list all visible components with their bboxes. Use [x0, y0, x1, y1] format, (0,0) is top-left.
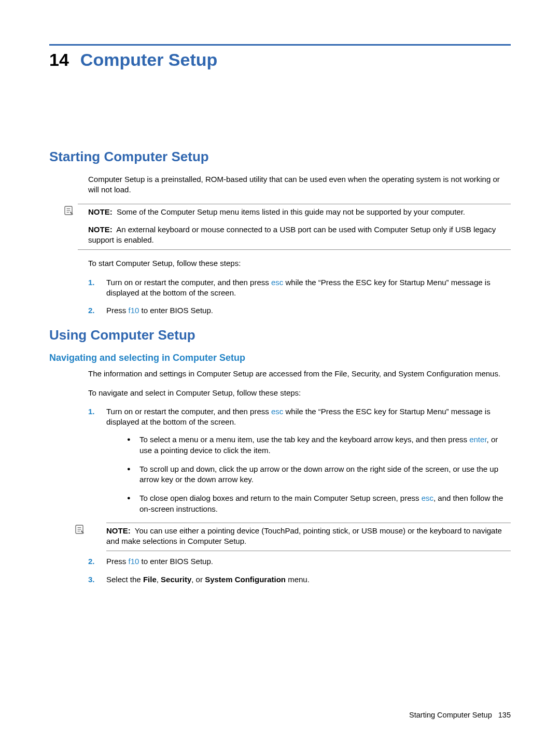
note-block-1: NOTE: Some of the Computer Setup menu it… — [78, 204, 511, 250]
key-esc: esc — [271, 407, 283, 416]
section2-intro2: To navigate and select in Computer Setup… — [88, 388, 511, 398]
steps-list-1: Turn on or restart the computer, and the… — [49, 277, 511, 316]
step-item: Turn on or restart the computer, and the… — [88, 277, 511, 299]
chapter-title-text: Computer Setup — [80, 50, 217, 69]
note-rule-bottom — [78, 249, 511, 250]
bullet-item: To select a menu or a menu item, use the… — [127, 434, 511, 456]
step-item: Select the File, Security, or System Con… — [88, 574, 511, 585]
note-label: NOTE: — [106, 526, 131, 535]
section-heading-1: Starting Computer Setup — [49, 149, 511, 165]
note-text: Some of the Computer Setup menu items li… — [117, 207, 465, 216]
intro-paragraph-1: Computer Setup is a preinstalled, ROM-ba… — [88, 174, 511, 195]
section2-intro: The information and settings in Computer… — [88, 369, 511, 379]
note-2: NOTE: An external keyboard or mouse conn… — [78, 224, 511, 246]
chapter-rule — [49, 44, 511, 46]
footer-title: Starting Computer Setup — [409, 711, 492, 719]
key-f10: f10 — [129, 557, 139, 566]
note-rule-top — [78, 204, 511, 204]
note-rule-bottom — [106, 551, 511, 551]
key-f10: f10 — [129, 306, 139, 315]
note-text: An external keyboard or mouse connected … — [88, 225, 496, 244]
note-icon — [64, 206, 74, 217]
inner-note: NOTE: You can use either a pointing devi… — [106, 526, 511, 547]
bullet-item: To close open dialog boxes and return to… — [127, 493, 511, 514]
footer-page-number: 135 — [498, 711, 511, 719]
key-enter: enter — [469, 435, 486, 444]
steps-list-2b: Press f10 to enter BIOS Setup. Select th… — [49, 556, 511, 585]
note-label: NOTE: — [88, 207, 113, 216]
intro-paragraph-2: To start Computer Setup, follow these st… — [88, 258, 511, 269]
step-item: Turn on or restart the computer, and the… — [88, 406, 511, 552]
key-esc: esc — [422, 494, 433, 502]
bullets-list: To select a menu or a menu item, use the… — [106, 434, 511, 514]
step-item: Press f10 to enter BIOS Setup. — [88, 305, 511, 316]
note-1: NOTE: Some of the Computer Setup menu it… — [78, 207, 511, 217]
section-subheading: Navigating and selecting in Computer Set… — [49, 353, 511, 363]
inner-note-block: NOTE: You can use either a pointing devi… — [106, 523, 511, 552]
chapter-title: 14Computer Setup — [49, 50, 511, 70]
note-label: NOTE: — [88, 225, 113, 234]
section-heading-2: Using Computer Setup — [49, 327, 511, 343]
key-esc: esc — [271, 278, 283, 287]
step-item: Press f10 to enter BIOS Setup. — [88, 556, 511, 567]
note-icon — [75, 525, 85, 537]
chapter-number: 14 — [49, 50, 69, 69]
bullet-item: To scroll up and down, click the up arro… — [127, 464, 511, 485]
steps-list-2a: Turn on or restart the computer, and the… — [49, 406, 511, 552]
page-footer: Starting Computer Setup 135 — [409, 711, 511, 719]
note-text: You can use either a pointing device (To… — [106, 526, 502, 545]
note-rule-top — [106, 523, 511, 523]
